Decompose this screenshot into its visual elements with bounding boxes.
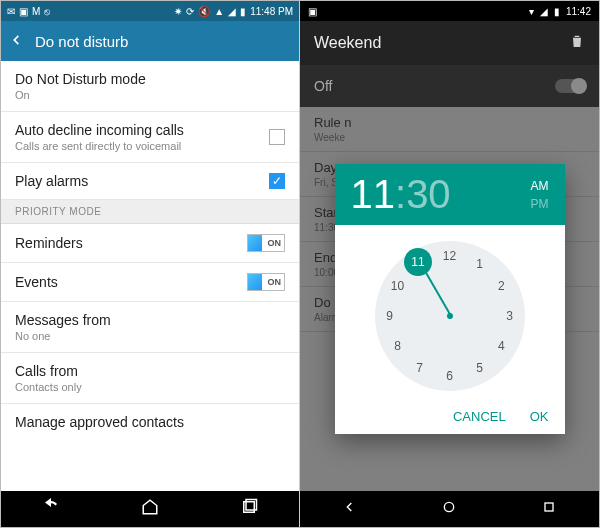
wifi-icon: ▾ <box>529 6 534 17</box>
signal-icon: ◢ <box>540 6 548 17</box>
modal-overlay: 11 : 30 AM PM 11 1234567891012 <box>300 107 599 491</box>
clock-number-4[interactable]: 4 <box>491 336 511 356</box>
notification-icon: M <box>32 6 40 17</box>
header-left: Do not disturb <box>1 21 299 61</box>
sync-icon: ⟳ <box>186 6 194 17</box>
row-subtitle: No one <box>15 330 285 342</box>
nav-bar-right <box>300 491 599 527</box>
row-dnd-mode[interactable]: Do Not Disturb mode On <box>1 61 299 112</box>
notification-icon: ✉ <box>7 6 15 17</box>
ok-button[interactable]: OK <box>530 409 549 424</box>
clock-number-2[interactable]: 2 <box>491 276 511 296</box>
status-time: 11:42 <box>566 6 591 17</box>
nav-recent-button[interactable] <box>541 499 557 519</box>
clock-number-7[interactable]: 7 <box>410 358 430 378</box>
row-manage-contacts[interactable]: Manage approved contacts <box>1 404 299 440</box>
clock-number-6[interactable]: 6 <box>440 366 460 386</box>
clock-number-11[interactable] <box>410 254 430 274</box>
cancel-button[interactable]: CANCEL <box>453 409 506 424</box>
page-title: Do not disturb <box>35 33 128 50</box>
back-button[interactable] <box>9 33 23 50</box>
svg-point-2 <box>445 502 454 511</box>
section-header-priority: PRIORITY MODE <box>1 200 299 224</box>
header-right: Weekend <box>300 21 599 65</box>
hour-display[interactable]: 11 <box>351 172 396 217</box>
settings-list: Do Not Disturb mode On Auto decline inco… <box>1 61 299 491</box>
toggle-label: Off <box>314 78 332 94</box>
clock-number-1[interactable]: 1 <box>470 254 490 274</box>
svg-rect-3 <box>545 503 553 511</box>
row-title: Auto decline incoming calls <box>15 122 269 138</box>
status-bar-right: ▣ ▾ ◢ ▮ 11:42 <box>300 1 599 21</box>
status-time: 11:48 PM <box>250 6 293 17</box>
clock-number-10[interactable]: 10 <box>388 276 408 296</box>
am-toggle[interactable]: AM <box>531 179 549 193</box>
nav-back-button[interactable] <box>42 498 60 520</box>
row-subtitle: Contacts only <box>15 381 285 393</box>
notification-icon: ▣ <box>19 6 28 17</box>
row-title: Events <box>15 274 247 290</box>
nav-home-button[interactable] <box>141 498 159 520</box>
clock-number-12[interactable]: 12 <box>440 246 460 266</box>
nav-recent-button[interactable] <box>240 498 258 520</box>
clock-hand <box>422 267 452 316</box>
row-title: Play alarms <box>15 173 269 189</box>
row-auto-decline[interactable]: Auto decline incoming calls Calls are se… <box>1 112 299 163</box>
delete-button[interactable] <box>569 33 585 53</box>
clock-number-3[interactable]: 3 <box>500 306 520 326</box>
nav-bar-left <box>1 491 299 527</box>
status-bar-left: ✉ ▣ M ⎋ ✷ ⟳ 🔇 ▲ ◢ ▮ 11:48 PM <box>1 1 299 21</box>
dialog-header: 11 : 30 AM PM <box>335 164 565 225</box>
row-title: Reminders <box>15 235 247 251</box>
battery-icon: ▮ <box>240 6 246 17</box>
vibrate-icon: ✷ <box>174 6 182 17</box>
row-title: Manage approved contacts <box>15 414 285 430</box>
row-events[interactable]: Events ON <box>1 263 299 302</box>
notification-icon: ⎋ <box>44 6 50 17</box>
row-title: Messages from <box>15 312 285 328</box>
clock-number-9[interactable]: 9 <box>380 306 400 326</box>
background-list: Rule nWeeke DaysFri, Sat Start ti11:30 P… <box>300 107 599 491</box>
clock-face[interactable]: 11 1234567891012 <box>375 241 525 391</box>
row-play-alarms[interactable]: Play alarms ✓ <box>1 163 299 200</box>
battery-icon: ▮ <box>554 6 560 17</box>
page-title: Weekend <box>314 34 381 52</box>
row-reminders[interactable]: Reminders ON <box>1 224 299 263</box>
mute-icon: 🔇 <box>198 6 210 17</box>
toggle-events[interactable]: ON <box>247 273 285 291</box>
checkbox-play-alarms[interactable]: ✓ <box>269 173 285 189</box>
row-master-toggle[interactable]: Off <box>300 65 599 107</box>
row-messages-from[interactable]: Messages from No one <box>1 302 299 353</box>
signal-icon: ◢ <box>228 6 236 17</box>
row-subtitle: On <box>15 89 285 101</box>
clock-number-5[interactable]: 5 <box>470 358 490 378</box>
checkbox-auto-decline[interactable] <box>269 129 285 145</box>
time-picker-dialog: 11 : 30 AM PM 11 1234567891012 <box>335 164 565 434</box>
time-colon: : <box>395 172 406 217</box>
nav-back-button[interactable] <box>342 499 358 519</box>
nav-home-button[interactable] <box>441 499 457 519</box>
row-title: Calls from <box>15 363 285 379</box>
pm-toggle[interactable]: PM <box>531 197 549 211</box>
row-subtitle: Calls are sent directly to voicemail <box>15 140 269 152</box>
toggle-reminders[interactable]: ON <box>247 234 285 252</box>
row-title: Do Not Disturb mode <box>15 71 285 87</box>
minute-display[interactable]: 30 <box>406 172 451 217</box>
wifi-icon: ▲ <box>214 6 224 17</box>
switch-off[interactable] <box>555 79 585 93</box>
screenshot-icon: ▣ <box>308 6 317 17</box>
clock-number-8[interactable]: 8 <box>388 336 408 356</box>
row-calls-from[interactable]: Calls from Contacts only <box>1 353 299 404</box>
